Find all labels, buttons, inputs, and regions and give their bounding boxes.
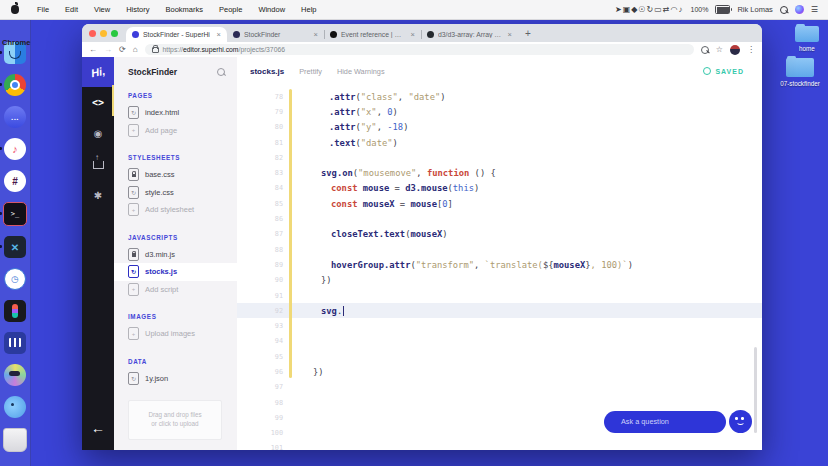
- code-line-94[interactable]: 94: [237, 334, 762, 349]
- notification-center-icon[interactable]: ☰: [811, 0, 818, 19]
- tab-close-icon[interactable]: ×: [411, 30, 415, 39]
- code-line-89[interactable]: 89hoverGroup.attr("transform", `translat…: [237, 257, 762, 272]
- dock-figma-icon[interactable]: [4, 300, 26, 322]
- code-line-82[interactable]: 82: [237, 150, 762, 165]
- clock-icon[interactable]: ☉: [638, 5, 645, 14]
- code-line-81[interactable]: 81.text("date"): [237, 135, 762, 150]
- code-line-78[interactable]: 78.attr("class", "date"): [237, 89, 762, 104]
- sync-icon[interactable]: ↻: [647, 5, 654, 14]
- dock-slack-icon[interactable]: #: [4, 170, 26, 192]
- dock-messages-icon[interactable]: ...: [4, 106, 26, 128]
- sidebar-add-button-add-page[interactable]: +Add page: [114, 122, 237, 140]
- wifi-icon[interactable]: ◠: [671, 5, 678, 14]
- sidebar-file-1y-json[interactable]: ↻1y.json: [114, 370, 237, 388]
- dock-code-editor-icon[interactable]: ✕: [4, 236, 26, 258]
- code-line-98[interactable]: 98: [237, 395, 762, 410]
- code-view-icon[interactable]: <>: [82, 87, 114, 118]
- code-line-85[interactable]: 85const mouseX = mouse[0]: [237, 196, 762, 211]
- back-icon[interactable]: ←: [89, 42, 97, 57]
- forward-icon[interactable]: →: [104, 42, 112, 57]
- code-line-101[interactable]: 101: [237, 441, 762, 450]
- sidebar-add-button-add-script[interactable]: +Add script: [114, 281, 237, 299]
- code-line-90[interactable]: 90}): [237, 273, 762, 288]
- menu-item-help[interactable]: Help: [293, 5, 324, 14]
- bluetooth-icon[interactable]: ⇄: [663, 5, 670, 14]
- screen-cast-icon[interactable]: ▣: [623, 5, 631, 14]
- browser-menu-icon[interactable]: ⋮: [747, 42, 755, 57]
- file-dropzone[interactable]: Drag and drop files or click to upload: [128, 400, 222, 440]
- search-icon[interactable]: [701, 46, 709, 54]
- browser-tab-3[interactable]: d3/d3-array: Array manipulati...×: [421, 27, 518, 42]
- browser-tab-2[interactable]: Event reference | MDN×: [324, 27, 421, 42]
- spotlight-search-icon[interactable]: [780, 6, 788, 14]
- url-field[interactable]: https://editor.superhi.com/projects/3706…: [145, 44, 694, 55]
- prettify-button[interactable]: Prettify: [299, 67, 322, 76]
- publish-upload-icon[interactable]: [82, 149, 114, 180]
- dock-mail-icon[interactable]: ◷: [4, 268, 26, 290]
- dock-twitter-icon[interactable]: [4, 396, 26, 418]
- dock-terminal-icon[interactable]: >_: [3, 202, 27, 226]
- settings-gear-icon[interactable]: ✱: [82, 180, 114, 211]
- home-icon[interactable]: ⌂: [133, 42, 138, 57]
- menu-item-bookmarks[interactable]: Bookmarks: [158, 5, 212, 14]
- desktop-folder-stockfinder[interactable]: 07-stockfinder: [770, 58, 828, 87]
- browser-tab-1[interactable]: StockFinder×: [227, 27, 324, 42]
- code-line-95[interactable]: 95: [237, 349, 762, 364]
- volume-icon[interactable]: ♪: [678, 5, 682, 14]
- dock-chrome-icon[interactable]: [4, 74, 26, 96]
- code-line-86[interactable]: 86: [237, 211, 762, 226]
- back-arrow-button[interactable]: ←: [82, 406, 114, 450]
- new-tab-button[interactable]: +: [525, 26, 531, 42]
- code-line-96[interactable]: 96}): [237, 364, 762, 379]
- dock-sticker-icon[interactable]: [4, 364, 26, 386]
- profile-avatar[interactable]: [730, 45, 740, 55]
- dock-intercom-icon[interactable]: [4, 332, 26, 354]
- menu-item-file[interactable]: File: [29, 5, 57, 14]
- dock-trash-icon[interactable]: [3, 428, 27, 452]
- shield-icon[interactable]: ◆: [631, 5, 637, 14]
- sidebar-file-d3-min-js[interactable]: d3.min.js: [114, 246, 237, 264]
- menu-item-edit[interactable]: Edit: [57, 5, 86, 14]
- menu-item-view[interactable]: View: [86, 5, 118, 14]
- menubar-user-name[interactable]: Rik Lomas: [737, 5, 772, 14]
- desktop-folder-home[interactable]: home: [777, 26, 828, 52]
- browser-tab-0[interactable]: StockFinder - SuperHi×: [126, 27, 227, 42]
- apple-menu-icon[interactable]: [11, 5, 19, 14]
- sidebar-file-style-css[interactable]: ↻style.css: [114, 184, 237, 202]
- sidebar-file-stocks-js[interactable]: ↻stocks.js: [114, 263, 237, 281]
- sidebar-file-index-html[interactable]: ↻index.html: [114, 104, 237, 122]
- menu-item-history[interactable]: History: [118, 5, 157, 14]
- minimize-window-button[interactable]: [100, 30, 107, 37]
- code-line-97[interactable]: 97: [237, 380, 762, 395]
- code-line-93[interactable]: 93: [237, 318, 762, 333]
- code-line-83[interactable]: 83svg.on("mousemove", function () {: [237, 165, 762, 180]
- display-icon[interactable]: ▭: [654, 5, 662, 14]
- sidebar-search-icon[interactable]: [217, 68, 225, 76]
- code-line-80[interactable]: 80.attr("y", -18): [237, 120, 762, 135]
- bookmark-star-icon[interactable]: ☆: [716, 42, 723, 57]
- menu-item-window[interactable]: Window: [250, 5, 293, 14]
- close-window-button[interactable]: [89, 30, 96, 37]
- dock-music-icon[interactable]: ♪: [4, 138, 26, 160]
- tab-close-icon[interactable]: ×: [508, 30, 512, 39]
- siri-icon[interactable]: [795, 5, 804, 14]
- tab-close-icon[interactable]: ×: [217, 30, 221, 39]
- editor-scrollbar[interactable]: [754, 347, 757, 433]
- sidebar-file-base-css[interactable]: base.css: [114, 166, 237, 184]
- code-line-92[interactable]: 92svg.: [237, 303, 762, 318]
- code-line-84[interactable]: 84const mouse = d3.mouse(this): [237, 181, 762, 196]
- zoom-window-button[interactable]: [111, 30, 118, 37]
- code-line-91[interactable]: 91: [237, 288, 762, 303]
- code-line-87[interactable]: 87closeText.text(mouseX): [237, 227, 762, 242]
- sidebar-add-button-add-stylesheet[interactable]: +Add stylesheet: [114, 201, 237, 219]
- feedback-smiley-button[interactable]: [729, 410, 752, 433]
- reload-icon[interactable]: ⟳: [119, 42, 126, 57]
- ask-question-button[interactable]: Ask a question: [604, 411, 726, 433]
- location-arrow-icon[interactable]: ➤: [615, 5, 622, 14]
- code-line-79[interactable]: 79.attr("x", 0): [237, 104, 762, 119]
- code-area[interactable]: 78.attr("class", "date")79.attr("x", 0)8…: [237, 85, 762, 450]
- hide-warnings-button[interactable]: Hide Warnings: [337, 67, 385, 76]
- code-line-88[interactable]: 88: [237, 242, 762, 257]
- preview-eye-icon[interactable]: ◉: [82, 118, 114, 149]
- tab-close-icon[interactable]: ×: [314, 30, 318, 39]
